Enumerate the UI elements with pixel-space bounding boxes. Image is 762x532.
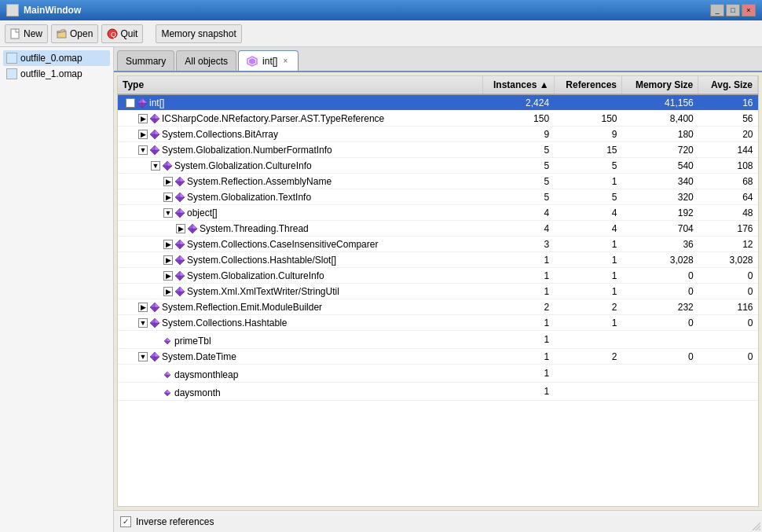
table-row[interactable]: daysmonth1 bbox=[118, 383, 758, 401]
table-row[interactable]: ▼ object[]4419248 bbox=[118, 205, 758, 221]
cell-instances-3: 5 bbox=[483, 142, 554, 158]
cell-instances-11: 1 bbox=[483, 268, 554, 284]
quit-button[interactable]: Q Quit bbox=[101, 24, 143, 43]
expand-btn-7[interactable]: ▼ bbox=[163, 208, 173, 218]
col-memory-size[interactable]: Memory Size bbox=[622, 76, 698, 94]
expand-btn-14[interactable]: ▼ bbox=[138, 318, 148, 328]
expand-btn-13[interactable]: ▶ bbox=[138, 303, 148, 312]
cell-avgsize-4: 108 bbox=[698, 158, 758, 174]
expand-btn-2[interactable]: ▶ bbox=[138, 130, 148, 139]
table-row[interactable]: ▶ System.Reflection.AssemblyName5134068 bbox=[118, 174, 758, 189]
table-container[interactable]: Type Instances ▲ References Memory Size bbox=[117, 75, 759, 507]
type-icon-11 bbox=[174, 270, 185, 281]
cell-instances-5: 5 bbox=[483, 174, 554, 189]
expand-btn-6[interactable]: ▶ bbox=[163, 193, 173, 202]
cell-references-15 bbox=[554, 331, 621, 349]
new-label: New bbox=[24, 28, 42, 39]
cell-memory-15 bbox=[622, 331, 698, 349]
cell-memory-0: 41,156 bbox=[622, 94, 698, 111]
table-row[interactable]: ▶ System.Threading.Thread44704176 bbox=[118, 221, 758, 237]
table-header-row: Type Instances ▲ References Memory Size bbox=[118, 76, 758, 94]
type-icon-6 bbox=[174, 192, 185, 203]
inverse-references-checkbox[interactable] bbox=[120, 516, 131, 527]
cell-memory-12: 0 bbox=[622, 284, 698, 299]
maximize-button[interactable]: □ bbox=[726, 4, 740, 17]
cell-type-9: ▶ System.Collections.CaseInsensitiveComp… bbox=[118, 237, 483, 252]
col-instances[interactable]: Instances ▲ bbox=[483, 76, 554, 94]
expand-btn-1[interactable]: ▶ bbox=[138, 114, 148, 123]
resize-handle[interactable] bbox=[751, 521, 760, 530]
table-row[interactable]: ▶ System.Collections.CaseInsensitiveComp… bbox=[118, 237, 758, 252]
type-icon-17 bbox=[162, 369, 173, 380]
svg-marker-78 bbox=[155, 318, 159, 323]
table-row[interactable]: ▼ System.Collections.Hashtable1100 bbox=[118, 315, 758, 331]
table-row[interactable]: ▶ System.Collections.BitArray9918020 bbox=[118, 127, 758, 142]
type-icon-14 bbox=[149, 317, 160, 328]
cell-references-8: 4 bbox=[554, 221, 621, 237]
expand-btn-4[interactable]: ▼ bbox=[151, 161, 160, 171]
cell-instances-14: 1 bbox=[483, 315, 554, 331]
cell-avgsize-2: 20 bbox=[698, 127, 758, 142]
svg-marker-92 bbox=[164, 372, 167, 375]
sidebar-item-outfile1[interactable]: outfile_1.omap bbox=[3, 66, 110, 82]
minimize-button[interactable]: _ bbox=[710, 4, 724, 17]
window-controls[interactable]: _ □ × bbox=[710, 4, 756, 17]
cell-instances-2: 9 bbox=[483, 127, 554, 142]
table-row[interactable]: ▶ System.Xml.XmlTextWriter/StringUtil110… bbox=[118, 284, 758, 299]
expand-btn-9[interactable]: ▶ bbox=[163, 240, 173, 249]
cell-references-14: 1 bbox=[554, 315, 621, 331]
table-row[interactable]: daysmonthleap1 bbox=[118, 365, 758, 383]
tab-summary[interactable]: Summary bbox=[117, 50, 174, 71]
cell-references-1: 150 bbox=[554, 111, 621, 127]
tab-int[interactable]: int[] × bbox=[238, 50, 299, 71]
svg-marker-19 bbox=[150, 130, 155, 134]
col-type[interactable]: Type bbox=[118, 76, 483, 94]
cell-type-11: ▶ System.Globalization.CultureInfo bbox=[118, 268, 483, 284]
expand-btn-3[interactable]: ▼ bbox=[138, 145, 148, 155]
cell-memory-4: 540 bbox=[622, 158, 698, 174]
expand-btn-0[interactable]: ▼ bbox=[126, 98, 135, 108]
cell-instances-17: 1 bbox=[483, 365, 554, 383]
col-avg-size[interactable]: Avg. Size bbox=[698, 76, 758, 94]
type-icon-16 bbox=[149, 351, 160, 362]
cell-type-2: ▶ System.Collections.BitArray bbox=[118, 127, 483, 142]
table-row[interactable]: ▼ int[]2,42441,15616 bbox=[118, 94, 758, 111]
expand-btn-10[interactable]: ▶ bbox=[163, 255, 173, 265]
table-row[interactable]: ▶ System.Globalization.CultureInfo1100 bbox=[118, 268, 758, 284]
cell-type-6: ▶ System.Globalization.TextInfo bbox=[118, 189, 483, 205]
svg-marker-24 bbox=[150, 145, 155, 150]
cell-avgsize-1: 56 bbox=[698, 111, 758, 127]
sidebar-item-outfile0[interactable]: outfile_0.omap bbox=[3, 50, 110, 66]
table-row[interactable]: ▼ System.DateTime1200 bbox=[118, 349, 758, 365]
file-icon-1 bbox=[6, 68, 17, 79]
table-row[interactable]: primeTbl1 bbox=[118, 331, 758, 349]
cell-memory-11: 0 bbox=[622, 268, 698, 284]
table-row[interactable]: ▶ System.Collections.Hashtable/Slot[]113… bbox=[118, 252, 758, 268]
expand-btn-16[interactable]: ▼ bbox=[138, 352, 148, 361]
expand-btn-8[interactable]: ▶ bbox=[176, 224, 185, 233]
table-row[interactable]: ▶ ICSharpCode.NRefactory.Parser.AST.Type… bbox=[118, 111, 758, 127]
open-button[interactable]: Open bbox=[51, 24, 98, 43]
table-row[interactable]: ▶ System.Globalization.TextInfo5532064 bbox=[118, 189, 758, 205]
svg-marker-54 bbox=[175, 240, 180, 244]
expand-btn-5[interactable]: ▶ bbox=[163, 177, 173, 186]
table-row[interactable]: ▼ System.Globalization.NumberFormatInfo5… bbox=[118, 142, 758, 158]
tab-int-close[interactable]: × bbox=[280, 57, 290, 66]
tab-summary-label: Summary bbox=[126, 56, 166, 67]
col-references[interactable]: References bbox=[554, 76, 621, 94]
expand-btn-12[interactable]: ▶ bbox=[163, 287, 173, 296]
tab-allobjects[interactable]: All objects bbox=[176, 50, 236, 71]
snapshot-button[interactable]: Memory snapshot bbox=[156, 24, 241, 43]
svg-marker-43 bbox=[180, 208, 185, 213]
svg-marker-33 bbox=[180, 177, 185, 182]
type-icon-18 bbox=[162, 387, 173, 398]
table-body: ▼ int[]2,42441,15616▶ ICSharpCode.NRefac… bbox=[118, 94, 758, 401]
table-row[interactable]: ▼ System.Globalization.CultureInfo555401… bbox=[118, 158, 758, 174]
table-row[interactable]: ▶ System.Reflection.Emit.ModuleBuilder22… bbox=[118, 299, 758, 315]
new-button[interactable]: New bbox=[5, 24, 48, 43]
expand-btn-11[interactable]: ▶ bbox=[163, 271, 173, 281]
close-button[interactable]: × bbox=[742, 4, 756, 17]
main-layout: outfile_0.omap outfile_1.omap Summary Al… bbox=[0, 47, 762, 532]
cell-memory-2: 180 bbox=[622, 127, 698, 142]
cell-references-12: 1 bbox=[554, 284, 621, 299]
